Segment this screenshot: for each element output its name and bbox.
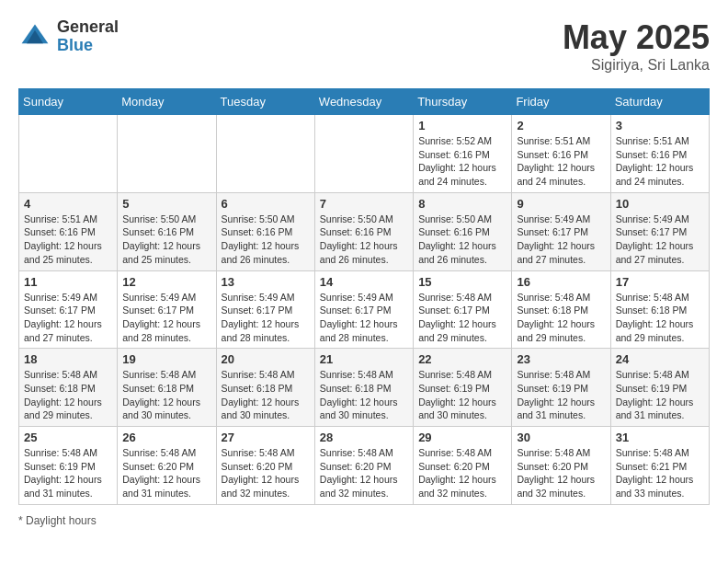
day-info: Sunrise: 5:51 AM Sunset: 6:16 PM Dayligh… [24, 213, 112, 267]
location-title: Sigiriya, Sri Lanka [563, 57, 710, 74]
day-info: Sunrise: 5:51 AM Sunset: 6:16 PM Dayligh… [616, 134, 704, 189]
day-header-thursday: Thursday [414, 89, 512, 115]
day-info: Sunrise: 5:48 AM Sunset: 6:19 PM Dayligh… [418, 368, 506, 422]
calendar-cell: 24Sunrise: 5:48 AM Sunset: 6:19 PM Dayli… [610, 349, 709, 427]
day-info: Sunrise: 5:48 AM Sunset: 6:18 PM Dayligh… [24, 368, 112, 422]
day-number: 18 [24, 352, 112, 366]
calendar-cell: 7Sunrise: 5:50 AM Sunset: 6:16 PM Daylig… [314, 192, 413, 270]
logo-text: General Blue [57, 18, 119, 55]
calendar-cell: 21Sunrise: 5:48 AM Sunset: 6:18 PM Dayli… [314, 349, 413, 427]
calendar-cell: 16Sunrise: 5:48 AM Sunset: 6:18 PM Dayli… [512, 270, 610, 349]
day-info: Sunrise: 5:50 AM Sunset: 6:16 PM Dayligh… [122, 213, 210, 267]
calendar-cell: 19Sunrise: 5:48 AM Sunset: 6:18 PM Dayli… [118, 349, 216, 427]
calendar-cell [314, 115, 413, 193]
day-number: 7 [320, 197, 408, 211]
day-number: 27 [222, 431, 310, 444]
calendar-cell: 5Sunrise: 5:50 AM Sunset: 6:16 PM Daylig… [118, 192, 216, 270]
day-info: Sunrise: 5:50 AM Sunset: 6:16 PM Dayligh… [418, 213, 506, 267]
day-number: 23 [517, 352, 605, 366]
day-number: 21 [320, 352, 408, 366]
page-header: General Blue May 2025 Sigiriya, Sri Lank… [18, 18, 710, 74]
day-number: 1 [418, 119, 506, 132]
calendar-cell: 4Sunrise: 5:51 AM Sunset: 6:16 PM Daylig… [19, 192, 118, 270]
calendar-cell: 2Sunrise: 5:51 AM Sunset: 6:16 PM Daylig… [512, 115, 610, 193]
day-info: Sunrise: 5:49 AM Sunset: 6:17 PM Dayligh… [517, 213, 605, 267]
day-number: 8 [418, 197, 506, 211]
day-number: 29 [418, 431, 506, 444]
day-number: 14 [320, 275, 408, 289]
day-number: 30 [517, 431, 605, 444]
day-number: 4 [24, 197, 112, 211]
day-info: Sunrise: 5:48 AM Sunset: 6:18 PM Dayligh… [320, 368, 408, 422]
day-info: Sunrise: 5:48 AM Sunset: 6:20 PM Dayligh… [320, 446, 408, 500]
day-number: 31 [616, 431, 704, 444]
day-number: 24 [616, 352, 704, 366]
calendar-cell: 27Sunrise: 5:48 AM Sunset: 6:20 PM Dayli… [216, 427, 314, 505]
calendar-cell: 28Sunrise: 5:48 AM Sunset: 6:20 PM Dayli… [314, 427, 413, 505]
day-info: Sunrise: 5:49 AM Sunset: 6:17 PM Dayligh… [616, 213, 704, 267]
day-headers-row: SundayMondayTuesdayWednesdayThursdayFrid… [19, 89, 710, 115]
day-info: Sunrise: 5:48 AM Sunset: 6:19 PM Dayligh… [24, 446, 112, 500]
day-info: Sunrise: 5:51 AM Sunset: 6:16 PM Dayligh… [517, 134, 605, 189]
week-row-1: 4Sunrise: 5:51 AM Sunset: 6:16 PM Daylig… [19, 192, 710, 270]
day-info: Sunrise: 5:48 AM Sunset: 6:17 PM Dayligh… [418, 291, 506, 345]
logo-icon [18, 20, 51, 53]
day-info: Sunrise: 5:49 AM Sunset: 6:17 PM Dayligh… [320, 291, 408, 345]
day-info: Sunrise: 5:49 AM Sunset: 6:17 PM Dayligh… [122, 291, 210, 345]
calendar-table: SundayMondayTuesdayWednesdayThursdayFrid… [18, 88, 710, 505]
logo-blue-text: Blue [57, 37, 119, 55]
day-info: Sunrise: 5:50 AM Sunset: 6:16 PM Dayligh… [320, 213, 408, 267]
day-info: Sunrise: 5:49 AM Sunset: 6:17 PM Dayligh… [24, 291, 112, 345]
calendar-cell: 10Sunrise: 5:49 AM Sunset: 6:17 PM Dayli… [610, 192, 709, 270]
calendar-cell: 22Sunrise: 5:48 AM Sunset: 6:19 PM Dayli… [414, 349, 512, 427]
day-info: Sunrise: 5:48 AM Sunset: 6:20 PM Dayligh… [517, 446, 605, 500]
day-number: 17 [616, 275, 704, 289]
calendar-cell: 15Sunrise: 5:48 AM Sunset: 6:17 PM Dayli… [414, 270, 512, 349]
day-number: 16 [517, 275, 605, 289]
day-info: Sunrise: 5:48 AM Sunset: 6:20 PM Dayligh… [418, 446, 506, 500]
calendar-cell: 25Sunrise: 5:48 AM Sunset: 6:19 PM Dayli… [19, 427, 118, 505]
calendar-cell [216, 115, 314, 193]
day-number: 20 [222, 352, 310, 366]
day-info: Sunrise: 5:48 AM Sunset: 6:19 PM Dayligh… [517, 368, 605, 422]
day-number: 10 [616, 197, 704, 211]
day-info: Sunrise: 5:48 AM Sunset: 6:20 PM Dayligh… [222, 446, 310, 500]
calendar-cell: 6Sunrise: 5:50 AM Sunset: 6:16 PM Daylig… [216, 192, 314, 270]
calendar-cell: 30Sunrise: 5:48 AM Sunset: 6:20 PM Dayli… [512, 427, 610, 505]
day-number: 3 [616, 119, 704, 132]
footer-note: * Daylight hours [18, 514, 710, 527]
day-header-wednesday: Wednesday [314, 89, 413, 115]
week-row-0: 1Sunrise: 5:52 AM Sunset: 6:16 PM Daylig… [19, 115, 710, 193]
day-number: 9 [517, 197, 605, 211]
day-info: Sunrise: 5:48 AM Sunset: 6:18 PM Dayligh… [122, 368, 210, 422]
day-info: Sunrise: 5:48 AM Sunset: 6:21 PM Dayligh… [616, 446, 704, 500]
calendar-cell: 1Sunrise: 5:52 AM Sunset: 6:16 PM Daylig… [414, 115, 512, 193]
day-header-monday: Monday [118, 89, 216, 115]
calendar-cell: 3Sunrise: 5:51 AM Sunset: 6:16 PM Daylig… [610, 115, 709, 193]
calendar-cell: 17Sunrise: 5:48 AM Sunset: 6:18 PM Dayli… [610, 270, 709, 349]
week-row-3: 18Sunrise: 5:48 AM Sunset: 6:18 PM Dayli… [19, 349, 710, 427]
calendar-cell: 31Sunrise: 5:48 AM Sunset: 6:21 PM Dayli… [610, 427, 709, 505]
calendar-cell: 13Sunrise: 5:49 AM Sunset: 6:17 PM Dayli… [216, 270, 314, 349]
day-header-saturday: Saturday [610, 89, 709, 115]
week-row-2: 11Sunrise: 5:49 AM Sunset: 6:17 PM Dayli… [19, 270, 710, 349]
calendar-cell: 29Sunrise: 5:48 AM Sunset: 6:20 PM Dayli… [414, 427, 512, 505]
day-info: Sunrise: 5:50 AM Sunset: 6:16 PM Dayligh… [222, 213, 310, 267]
calendar-cell [19, 115, 118, 193]
daylight-hours-label: Daylight hours [26, 514, 97, 527]
day-header-sunday: Sunday [19, 89, 118, 115]
day-header-friday: Friday [512, 89, 610, 115]
day-number: 26 [122, 431, 210, 444]
day-info: Sunrise: 5:48 AM Sunset: 6:18 PM Dayligh… [616, 291, 704, 345]
calendar-cell: 12Sunrise: 5:49 AM Sunset: 6:17 PM Dayli… [118, 270, 216, 349]
title-block: May 2025 Sigiriya, Sri Lanka [563, 18, 710, 74]
day-header-tuesday: Tuesday [216, 89, 314, 115]
day-number: 25 [24, 431, 112, 444]
day-number: 12 [122, 275, 210, 289]
calendar-cell: 11Sunrise: 5:49 AM Sunset: 6:17 PM Dayli… [19, 270, 118, 349]
day-number: 22 [418, 352, 506, 366]
day-number: 15 [418, 275, 506, 289]
calendar-cell [118, 115, 216, 193]
calendar-cell: 23Sunrise: 5:48 AM Sunset: 6:19 PM Dayli… [512, 349, 610, 427]
day-number: 19 [122, 352, 210, 366]
